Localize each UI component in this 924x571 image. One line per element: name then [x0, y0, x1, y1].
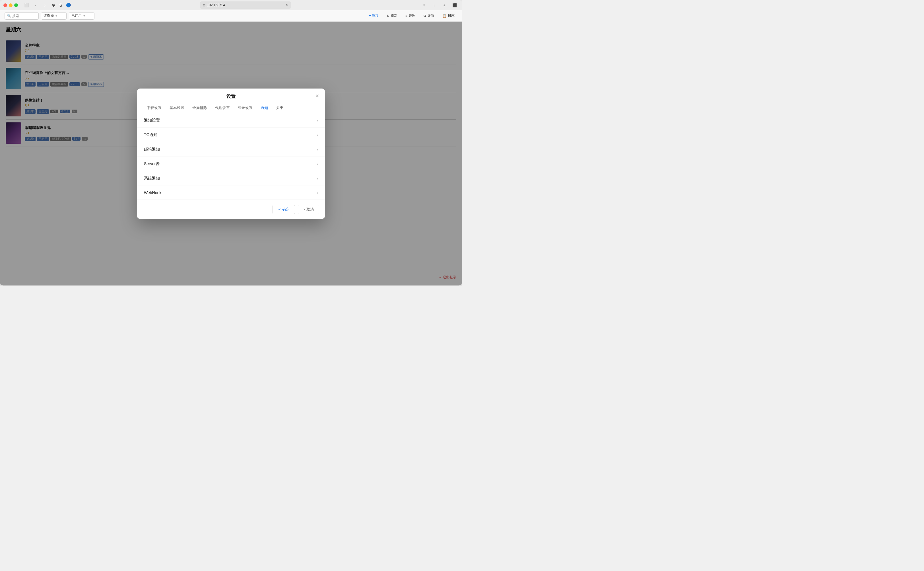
category-select-wrap[interactable]: 请选择 ▼ — [41, 12, 66, 20]
browser-titlebar: ⬜ ‹ › ⊕ S 🔵 ⊞ 192.168.5.4 ↻ ⬇ ↑ + ⬛ — [0, 0, 462, 10]
settings-item-system-notification[interactable]: 系统通知 › — [137, 171, 325, 186]
address-text: 192.168.5.4 — [207, 3, 225, 7]
settings-item-server-chan[interactable]: Server酱 › — [137, 157, 325, 171]
new-tab-icon[interactable]: + — [440, 2, 448, 8]
tab-global-exclude[interactable]: 全局排除 — [188, 103, 211, 113]
manage-button[interactable]: ≡ 管理 — [402, 12, 418, 20]
main-content: 星期六 金牌得主 7.9 第1季 已启用 喵萌奶茶屋 7 / 13 tv — [0, 22, 462, 286]
settings-icon: ⚙ — [423, 14, 427, 18]
modal-overlay: 设置 ✕ 下载设置 基本设置 全局排除 代理设置 — [0, 22, 462, 286]
search-input[interactable] — [12, 14, 36, 18]
chevron-down-icon: ▼ — [55, 14, 58, 17]
settings-label: 设置 — [428, 13, 434, 18]
tab-basic-settings[interactable]: 基本设置 — [166, 103, 188, 113]
minimize-button[interactable] — [9, 3, 12, 7]
confirm-label: ✓ 确定 — [278, 207, 290, 212]
category-select-label: 请选择 — [43, 13, 54, 18]
share-icon[interactable]: ↑ — [430, 2, 438, 8]
add-button[interactable]: + 添加 — [366, 12, 382, 20]
browser-controls: ⬜ ‹ › — [23, 2, 49, 8]
chevron-right-icon: › — [317, 162, 318, 166]
settings-item-email-notification[interactable]: 邮箱通知 › — [137, 142, 325, 157]
forward-button[interactable]: › — [41, 2, 49, 8]
add-label: + 添加 — [369, 13, 379, 18]
modal-header: 设置 ✕ — [137, 88, 325, 100]
settings-item-label: 邮箱通知 — [144, 147, 160, 152]
address-icon: ⊞ — [203, 3, 205, 7]
tab-overview-icon[interactable]: ⬛ — [451, 2, 459, 8]
modal-body: 通知设置 › TG通知 › 邮箱通知 › Server酱 — [137, 113, 325, 200]
settings-button[interactable]: ⚙ 设置 — [420, 12, 437, 20]
cancel-button[interactable]: × 取消 — [298, 205, 319, 215]
reload-icon[interactable]: ↻ — [286, 3, 288, 7]
chevron-right-icon: › — [317, 133, 318, 137]
download-icon[interactable]: ⬇ — [420, 2, 428, 8]
log-label: 日志 — [448, 13, 454, 18]
sidebar-toggle-button[interactable]: ⬜ — [23, 2, 31, 8]
settings-item-notification-config[interactable]: 通知设置 › — [137, 113, 325, 128]
settings-item-label: 系统通知 — [144, 176, 160, 181]
status-select-label: 已启用 — [71, 13, 82, 18]
refresh-label: 刷新 — [391, 13, 397, 18]
tab-icon-1: ⊕ — [51, 3, 56, 8]
address-bar[interactable]: ⊞ 192.168.5.4 ↻ — [200, 2, 291, 9]
log-button[interactable]: 📋 日志 — [439, 12, 457, 20]
settings-modal: 设置 ✕ 下载设置 基本设置 全局排除 代理设置 — [137, 88, 325, 219]
settings-item-webhook[interactable]: WebHook › — [137, 186, 325, 200]
chevron-right-icon: › — [317, 147, 318, 152]
search-wrap: 🔍 — [5, 12, 39, 20]
settings-item-label: WebHook — [144, 190, 161, 195]
refresh-icon: ↻ — [387, 14, 390, 18]
modal-tabs: 下载设置 基本设置 全局排除 代理设置 登录设置 通知 — [137, 100, 325, 113]
tab-notifications[interactable]: 通知 — [257, 103, 272, 113]
tab-icon-3: 🔵 — [66, 3, 71, 8]
manage-icon: ≡ — [405, 14, 407, 18]
chevron-down-icon-2: ▼ — [83, 14, 86, 17]
settings-item-label: TG通知 — [144, 132, 157, 137]
traffic-lights — [3, 3, 18, 7]
tab-icon-2: S — [59, 3, 63, 8]
app-toolbar: 🔍 请选择 ▼ 已启用 ▼ + 添加 ↻ 刷新 ≡ 管理 ⚙ 设置 📋 日志 — [0, 10, 462, 22]
close-button[interactable] — [3, 3, 7, 7]
maximize-button[interactable] — [14, 3, 18, 7]
chevron-right-icon: › — [317, 118, 318, 123]
settings-item-label: Server酱 — [144, 161, 160, 167]
status-select-wrap[interactable]: 已启用 ▼ — [69, 12, 94, 20]
modal-close-button[interactable]: ✕ — [314, 93, 320, 99]
tab-login-settings[interactable]: 登录设置 — [234, 103, 257, 113]
refresh-button[interactable]: ↻ 刷新 — [384, 12, 400, 20]
browser-right-controls: ⬇ ↑ + ⬛ — [420, 2, 459, 8]
back-button[interactable]: ‹ — [32, 2, 40, 8]
manage-label: 管理 — [408, 13, 415, 18]
tab-proxy-settings[interactable]: 代理设置 — [211, 103, 234, 113]
cancel-label: × 取消 — [303, 207, 314, 212]
chevron-right-icon: › — [317, 190, 318, 195]
modal-title: 设置 — [226, 94, 236, 100]
settings-item-label: 通知设置 — [144, 118, 160, 123]
search-icon: 🔍 — [7, 14, 11, 18]
settings-item-tg-notification[interactable]: TG通知 › — [137, 128, 325, 142]
settings-list: 通知设置 › TG通知 › 邮箱通知 › Server酱 — [137, 113, 325, 200]
modal-footer: ✓ 确定 × 取消 — [137, 200, 325, 219]
chevron-right-icon: › — [317, 176, 318, 181]
confirm-button[interactable]: ✓ 确定 — [273, 205, 295, 215]
tab-about[interactable]: 关于 — [272, 103, 287, 113]
tab-download-settings[interactable]: 下载设置 — [143, 103, 166, 113]
log-icon: 📋 — [442, 14, 447, 18]
